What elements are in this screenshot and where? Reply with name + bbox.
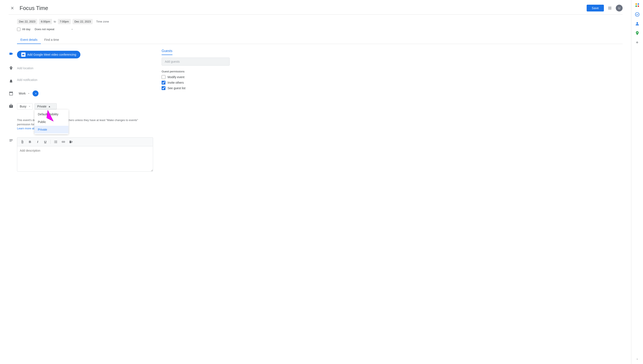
allday-checkbox-wrapper[interactable]: All day bbox=[17, 28, 30, 31]
visibility-option-private[interactable]: Private bbox=[35, 126, 69, 133]
sidebar-maps-icon[interactable] bbox=[635, 30, 640, 36]
svg-rect-2 bbox=[635, 6, 637, 7]
allday-row: All day Does not repeat Every day Every … bbox=[17, 27, 622, 32]
toolbar-divider bbox=[50, 140, 51, 144]
timezone-button[interactable]: Time zone bbox=[94, 19, 111, 24]
allday-checkbox[interactable] bbox=[17, 28, 21, 31]
avatar[interactable]: U bbox=[616, 5, 622, 12]
main-content: Focus Time Save U Dec 22, 2023 6:00pm to… bbox=[0, 0, 631, 364]
add-meet-button[interactable]: Add Google Meet video conferencing bbox=[17, 51, 80, 58]
sidebar-calendar-icon[interactable] bbox=[635, 2, 640, 8]
svg-point-4 bbox=[635, 12, 639, 16]
description-content: B I U bbox=[17, 138, 153, 172]
end-date-button[interactable]: Dec 22, 2023 bbox=[73, 19, 93, 24]
calendar-content: Work bbox=[17, 90, 153, 96]
apps-grid-icon[interactable] bbox=[607, 6, 612, 10]
description-toolbar: B I U bbox=[17, 138, 153, 146]
add-notification-text[interactable]: Add notification bbox=[17, 77, 38, 83]
status-select[interactable]: Busy Free bbox=[17, 103, 33, 110]
italic-button[interactable]: I bbox=[34, 138, 41, 145]
close-button[interactable] bbox=[9, 4, 16, 12]
calendar-select[interactable]: Work bbox=[17, 91, 31, 96]
location-input-wrapper bbox=[17, 65, 153, 71]
visibility-option-default[interactable]: Default visibility bbox=[35, 110, 69, 118]
underline-button[interactable]: U bbox=[42, 138, 49, 145]
bold-button[interactable]: B bbox=[27, 138, 33, 145]
svg-rect-3 bbox=[637, 6, 639, 7]
see-guest-list-label: See guest list bbox=[167, 86, 185, 90]
remove-format-button[interactable] bbox=[68, 138, 74, 145]
calendar-row: Work bbox=[9, 89, 153, 98]
sidebar-task-icon[interactable] bbox=[635, 12, 640, 17]
link-button[interactable] bbox=[60, 138, 67, 145]
tabs-row: Event details Find a time bbox=[17, 36, 622, 44]
meet-row: Add Google Meet video conferencing bbox=[9, 49, 153, 60]
location-icon bbox=[9, 66, 14, 71]
visibility-wrapper: Private ▲ Default visibility Public Priv… bbox=[35, 103, 57, 110]
meet-button-label: Add Google Meet video conferencing bbox=[27, 53, 76, 56]
chevron-up-icon: ▲ bbox=[48, 105, 51, 108]
video-icon bbox=[9, 51, 14, 56]
description-textarea[interactable] bbox=[17, 146, 153, 172]
description-icon bbox=[9, 138, 14, 143]
end-time-button[interactable]: 7:00pm bbox=[58, 19, 71, 24]
right-sidebar: + › bbox=[631, 0, 643, 364]
header-right: Save U bbox=[587, 5, 622, 12]
color-picker-button[interactable] bbox=[33, 90, 39, 96]
visibility-select-button[interactable]: Private ▲ bbox=[35, 103, 57, 110]
visibility-label: Private bbox=[37, 105, 47, 108]
start-date-button[interactable]: Dec 22, 2023 bbox=[17, 19, 37, 24]
invite-others-checkbox[interactable] bbox=[162, 81, 165, 84]
datetime-row: Dec 22, 2023 6:00pm to 7:00pm Dec 22, 20… bbox=[17, 19, 622, 24]
two-column-layout: Add Google Meet video conferencing bbox=[9, 49, 622, 177]
modify-event-checkbox[interactable] bbox=[162, 75, 165, 79]
add-guests-input[interactable] bbox=[162, 58, 230, 66]
right-column: Guests Guest permissions Modify event In… bbox=[162, 49, 230, 177]
to-text: to bbox=[54, 20, 56, 23]
status-visibility-controls: Busy Free Private ▲ Default visibility bbox=[17, 103, 153, 110]
left-column: Add Google Meet video conferencing bbox=[9, 49, 153, 177]
meet-icon bbox=[21, 52, 26, 57]
modify-event-row: Modify event bbox=[162, 75, 230, 79]
status-visibility-row: Busy Free Private ▲ Default visibility bbox=[9, 102, 153, 111]
see-guest-list-checkbox[interactable] bbox=[162, 86, 165, 90]
header: Focus Time Save U bbox=[9, 4, 622, 15]
guest-permissions-title: Guest permissions bbox=[162, 70, 230, 73]
see-guest-list-row: See guest list bbox=[162, 86, 230, 90]
calendar-icon bbox=[9, 91, 14, 96]
sidebar-people-icon[interactable] bbox=[635, 21, 640, 26]
invite-others-label: Invite others bbox=[167, 81, 184, 84]
start-time-button[interactable]: 6:00pm bbox=[39, 19, 52, 24]
save-button[interactable]: Save bbox=[587, 5, 604, 12]
repeat-select[interactable]: Does not repeat Every day Every week on … bbox=[33, 27, 74, 32]
calendar-controls: Work bbox=[17, 90, 153, 96]
sidebar-expand-icon[interactable]: › bbox=[635, 356, 640, 362]
location-row bbox=[9, 64, 153, 73]
header-left: Focus Time bbox=[9, 4, 48, 12]
modify-event-label: Modify event bbox=[167, 76, 184, 79]
sidebar-add-icon[interactable]: + bbox=[635, 40, 640, 45]
allday-label: All day bbox=[22, 28, 30, 31]
event-title: Focus Time bbox=[20, 5, 48, 12]
visibility-dropdown: Default visibility Public Private bbox=[35, 110, 69, 134]
briefcase-icon bbox=[9, 104, 14, 109]
visibility-option-public[interactable]: Public bbox=[35, 118, 69, 126]
guests-title: Guests bbox=[162, 49, 172, 55]
svg-rect-0 bbox=[635, 4, 637, 5]
svg-point-5 bbox=[637, 32, 638, 33]
tab-find-time[interactable]: Find a time bbox=[41, 36, 62, 44]
meet-button-wrapper: Add Google Meet video conferencing bbox=[17, 51, 153, 58]
tab-event-details[interactable]: Event details bbox=[17, 36, 41, 44]
attachment-button[interactable] bbox=[19, 138, 26, 145]
description-row: B I U bbox=[9, 136, 153, 174]
status-visibility-content: Busy Free Private ▲ Default visibility bbox=[17, 103, 153, 110]
notification-icon bbox=[9, 78, 14, 84]
location-input[interactable] bbox=[17, 65, 153, 71]
notification-content: Add notification bbox=[17, 78, 153, 82]
notification-row: Add notification bbox=[9, 76, 153, 85]
svg-rect-1 bbox=[637, 4, 639, 5]
bullet-list-button[interactable] bbox=[52, 138, 59, 145]
invite-others-row: Invite others bbox=[162, 81, 230, 84]
